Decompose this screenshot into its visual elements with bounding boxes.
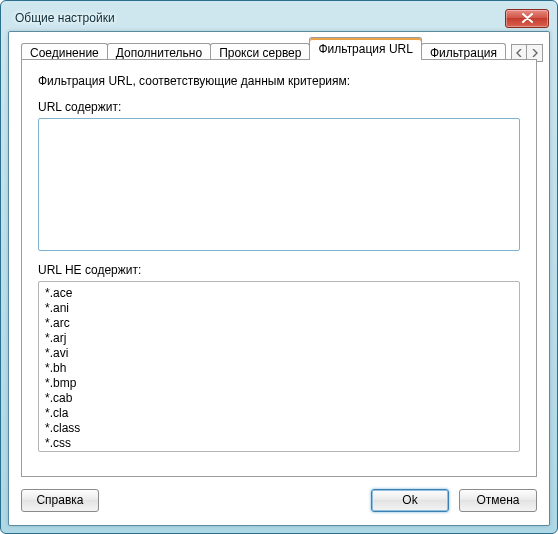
tab-connection[interactable]: Соединение <box>21 43 108 60</box>
url-not-contains-label: URL НЕ содержит: <box>38 263 520 277</box>
tab-filter[interactable]: Фильтрация <box>421 43 506 60</box>
chevron-left-icon <box>516 49 522 57</box>
client-area: Соединение Дополнительно Прокси сервер Ф… <box>8 31 550 526</box>
url-contains-label: URL содержит: <box>38 100 520 114</box>
tab-proxy[interactable]: Прокси сервер <box>210 43 310 60</box>
close-icon <box>522 13 533 23</box>
window-title: Общие настройки <box>15 11 115 25</box>
tab-page-url-filter: Фильтрация URL, соответствующие данным к… <box>21 59 537 477</box>
url-not-contains-field-wrap <box>38 281 520 452</box>
tab-advanced[interactable]: Дополнительно <box>107 43 211 60</box>
title-bar: Общие настройки <box>7 7 551 29</box>
tab-url-filter[interactable]: Фильтрация URL <box>309 37 421 60</box>
dialog-window: Общие настройки Соединение Дополнительно… <box>0 0 558 534</box>
page-heading: Фильтрация URL, соответствующие данным к… <box>38 74 520 88</box>
close-button[interactable] <box>505 9 549 28</box>
url-not-contains-input[interactable] <box>39 282 519 448</box>
ok-button[interactable]: Ok <box>371 489 449 512</box>
chevron-right-icon <box>532 49 538 57</box>
url-contains-field-wrap <box>38 118 520 251</box>
cancel-button[interactable]: Отмена <box>459 489 537 512</box>
help-button[interactable]: Справка <box>21 489 99 512</box>
tab-strip: Соединение Дополнительно Прокси сервер Ф… <box>9 32 549 60</box>
button-row: Справка Ok Отмена <box>21 485 537 515</box>
url-contains-input[interactable] <box>39 119 519 247</box>
